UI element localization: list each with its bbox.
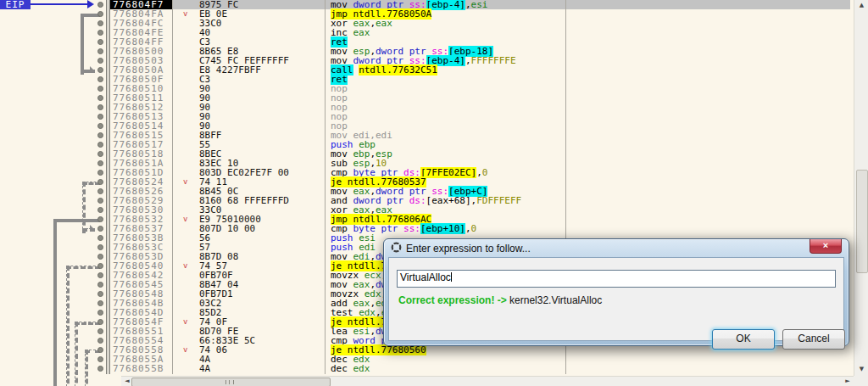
eip-register-label: EIP [0,0,31,9]
jump-marker-icon: v [183,317,187,327]
debugger-disassembly-view: 776804F78975 FCmov dword ptr ss:[ebp-4],… [0,0,868,386]
breakpoint-dot[interactable] [97,39,103,45]
ok-button[interactable]: OK [712,329,775,350]
breakpoint-dot[interactable] [97,30,103,36]
breakpoint-dot[interactable] [97,207,103,213]
disasm-row[interactable]: 7768055B4Adec edx [110,364,850,373]
disasm-row[interactable]: 7768051090nop [110,84,850,93]
breakpoint-dot[interactable] [97,291,103,297]
jump-marker-icon: v [183,9,187,19]
breakpoint-dot[interactable] [97,226,103,232]
expression-input-value: VirtualAlloc [400,271,451,283]
row-bytes: 4A [199,364,210,373]
gutter-margin: EIP [0,0,110,386]
dialog-body: VirtualAlloc Correct expression! -> kern… [388,257,844,341]
breakpoint-dot[interactable] [97,347,103,353]
disasm-row[interactable]: 776804FC33C0xor eax,eax [110,19,850,28]
disasm-row[interactable]: 7768055A4Adec edx [110,355,850,364]
breakpoint-dot[interactable] [97,338,103,344]
disasm-row[interactable]: 776804FE40inc eax [110,28,850,37]
breakpoint-dot[interactable] [97,11,103,17]
breakpoint-dot-column[interactable] [0,0,110,374]
breakpoint-dot[interactable] [97,310,103,316]
breakpoint-dot[interactable] [97,272,103,278]
close-icon[interactable]: × [810,239,842,254]
breakpoint-dot[interactable] [97,58,103,64]
breakpoint-dot[interactable] [97,216,103,222]
breakpoint-dot[interactable] [97,76,103,82]
disasm-row[interactable]: 7768050FC3ret [110,75,850,84]
jump-marker-icon: v [183,177,187,187]
eip-arrow-head-icon [87,0,98,8]
scrollbar-corner [854,376,868,386]
breakpoint-dot[interactable] [97,142,103,148]
app-logo-icon [391,242,402,255]
breakpoint-dot[interactable] [97,244,103,250]
breakpoint-dot[interactable] [97,104,103,110]
breakpoint-dot[interactable] [97,254,103,260]
scroll-grip-icon [225,380,234,384]
jump-marker-icon: v [183,215,187,224]
breakpoint-dot[interactable] [97,282,103,288]
cancel-button[interactable]: Cancel [782,329,845,350]
disasm-row[interactable]: 7768051390nop [110,112,850,121]
scroll-down-arrow-icon[interactable]: ▼ [854,364,868,376]
breakpoint-dot[interactable] [97,114,103,120]
breakpoint-dot[interactable] [97,179,103,185]
gutter-separator [106,0,110,374]
bytes-disasm-separator [325,0,326,374]
scroll-up-arrow-icon[interactable]: ▲ [854,0,868,12]
breakpoint-dot[interactable] [97,48,103,54]
expression-dialog: Enter expression to follow... × VirtualA… [383,238,849,346]
text-caret [451,272,452,282]
breakpoint-dot[interactable] [97,160,103,166]
row-instruction: dec edx [331,364,370,373]
horizontal-scroll-thumb[interactable] [131,378,331,386]
breakpoint-dot[interactable] [97,95,103,101]
breakpoint-dot[interactable] [97,366,103,372]
breakpoint-dot[interactable] [97,123,103,129]
disasm-row[interactable]: 776805158BFFmov edi,edi [110,131,850,140]
breakpoint-dot[interactable] [97,300,103,306]
vertical-scrollbar[interactable]: ▲ ▼ [854,0,868,376]
validation-message: Correct expression! -> kernel32.VirtualA… [398,294,602,306]
breakpoint-dot[interactable] [97,151,103,157]
breakpoint-dot[interactable] [97,319,103,325]
breakpoint-dot[interactable] [97,263,103,269]
horizontal-scrollbar[interactable]: ◄ ► [121,376,854,386]
disasm-row[interactable]: 7768050AE8 4227FBFFcall ntdll.77632C51 [110,65,850,75]
vertical-scroll-thumb[interactable] [856,170,868,273]
eip-arrow-line [31,3,88,5]
disasm-row[interactable]: 7768051190nop [110,93,850,103]
breakpoint-dot[interactable] [97,2,103,8]
breakpoint-dot[interactable] [97,188,103,194]
breakpoint-dot[interactable] [97,235,103,241]
breakpoint-dot[interactable] [97,86,103,92]
breakpoint-dot[interactable] [97,328,103,334]
disasm-row[interactable]: 7768051290nop [110,103,850,112]
jump-marker-icon: v [183,345,187,355]
scroll-right-arrow-icon[interactable]: ► [842,377,854,386]
dialog-title: Enter expression to follow... [406,243,531,255]
breakpoint-dot[interactable] [97,198,103,204]
disasm-row[interactable]: 77680537807D 10 00cmp byte ptr ss:[ebp+1… [110,224,850,233]
jump-marker-icon: v [183,261,187,271]
breakpoint-dot[interactable] [97,20,103,26]
address-bytes-separator [172,0,173,374]
row-address: 7768055B [113,364,172,373]
expression-input[interactable]: VirtualAlloc [397,270,836,288]
breakpoint-dot[interactable] [97,356,103,362]
validation-message-status: Correct expression! -> [398,294,507,306]
breakpoint-dot[interactable] [97,170,103,176]
validation-message-result: kernel32.VirtualAlloc [507,294,603,306]
breakpoint-dot[interactable] [97,132,103,138]
breakpoint-dot[interactable] [97,67,103,73]
